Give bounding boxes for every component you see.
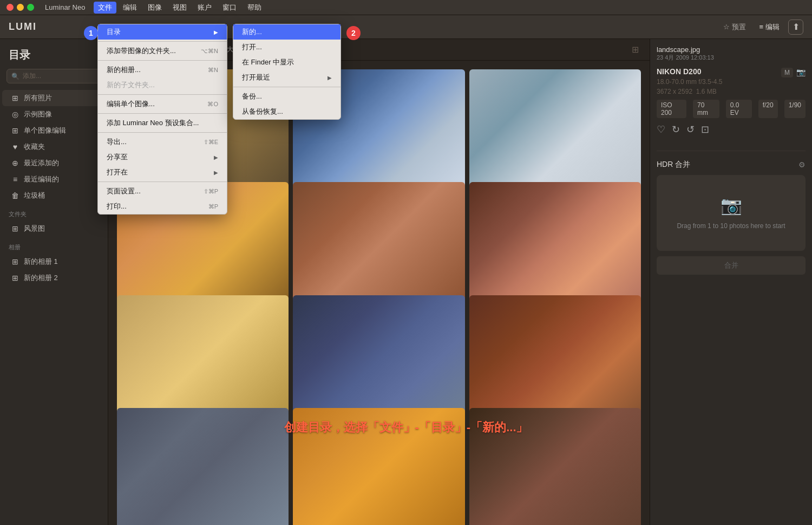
menu-sep-4	[98, 113, 227, 114]
export-item[interactable]: 导出... ⇧⌘E	[98, 134, 227, 150]
menu-sep-1	[98, 41, 227, 42]
catalog-new-item[interactable]: 新的...	[233, 24, 340, 40]
catalog-open-item[interactable]: 打开...	[233, 40, 340, 55]
catalog-submenu: 新的... 打开... 在 Finder 中显示 打开最近 ▶ 备份... 从备…	[233, 24, 341, 120]
catalog-backup-item[interactable]: 备份...	[233, 89, 340, 104]
dropdown-overlay: 目录 ▶ 添加带图像的文件夹... ⌥⌘N 新的相册... ⌘N 新的子文件夹.…	[0, 0, 812, 525]
catalog-show-finder-item[interactable]: 在 Finder 中显示	[233, 55, 340, 70]
submenu-sep-1	[233, 87, 340, 87]
share-submenu-arrow: ▶	[214, 154, 218, 160]
catalog-submenu-arrow: ▶	[214, 29, 218, 35]
new-album-item[interactable]: 新的相册... ⌘N	[98, 62, 227, 77]
open-recent-arrow: ▶	[328, 75, 332, 81]
open-in-item[interactable]: 打开在 ▶	[98, 165, 227, 180]
catalog-restore-item[interactable]: 从备份恢复...	[233, 104, 340, 119]
catalog-open-recent-item[interactable]: 打开最近 ▶	[233, 70, 340, 85]
menu-sep-5	[98, 132, 227, 133]
add-presets-item[interactable]: 添加 Luminar Neo 预设集合...	[98, 115, 227, 131]
menu-sep-3	[98, 94, 227, 95]
page-setup-item[interactable]: 页面设置... ⇧⌘P	[98, 184, 227, 199]
add-folder-item[interactable]: 添加带图像的文件夹... ⌥⌘N	[98, 43, 227, 59]
file-menu-dropdown: 目录 ▶ 添加带图像的文件夹... ⌥⌘N 新的相册... ⌘N 新的子文件夹.…	[97, 24, 227, 215]
annotation-badge-2: 2	[346, 26, 361, 40]
catalog-menu-item[interactable]: 目录 ▶	[98, 24, 227, 40]
menu-sep-6	[98, 182, 227, 182]
new-subfolder-item: 新的子文件夹...	[98, 77, 227, 93]
share-item[interactable]: 分享至 ▶	[98, 150, 227, 165]
print-item[interactable]: 打印... ⌘P	[98, 199, 227, 214]
open-in-submenu-arrow: ▶	[214, 170, 218, 176]
edit-single-image-item[interactable]: 编辑单个图像... ⌘O	[98, 96, 227, 112]
annotation-badge-1: 1	[84, 26, 98, 40]
menu-sep-2	[98, 60, 227, 61]
